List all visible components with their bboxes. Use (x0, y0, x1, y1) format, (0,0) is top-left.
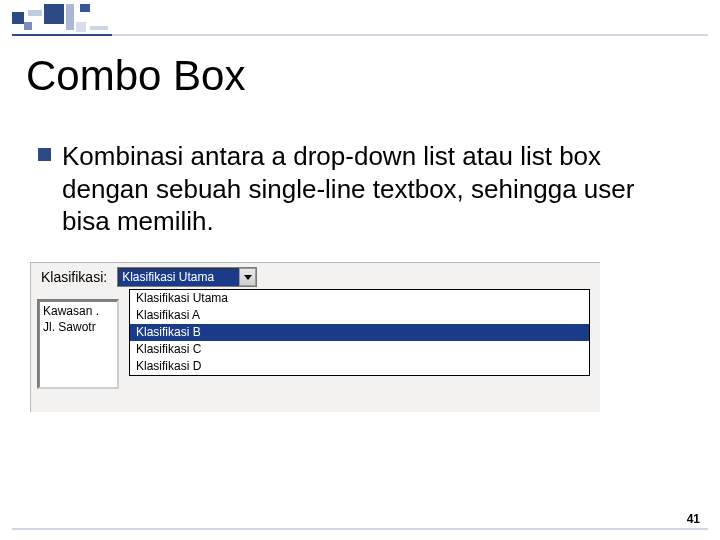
dropdown-option-selected[interactable]: Klasifikasi B (130, 324, 589, 341)
example-panel: Klasifikasi: Klasifikasi Utama Klasifika… (30, 262, 600, 412)
klasifikasi-label: Klasifikasi: (41, 269, 107, 285)
chevron-down-icon[interactable] (239, 268, 256, 286)
bullet-text: Kombinasi antara a drop-down list atau l… (62, 140, 680, 238)
field-row: Klasifikasi: Klasifikasi Utama (41, 267, 600, 287)
list-item[interactable]: Jl. Sawotr (43, 319, 113, 335)
page-number: 41 (687, 512, 700, 526)
klasifikasi-combobox[interactable]: Klasifikasi Utama (117, 267, 257, 287)
dropdown-option[interactable]: Klasifikasi C (130, 341, 589, 358)
rule-plain (112, 34, 708, 36)
combobox-value[interactable]: Klasifikasi Utama (117, 267, 257, 287)
dropdown-option[interactable]: Klasifikasi Utama (130, 290, 589, 307)
page-title: Combo Box (26, 52, 245, 100)
list-item[interactable]: Kawasan . (43, 303, 113, 319)
dropdown-option[interactable]: Klasifikasi D (130, 358, 589, 375)
bullet-square-icon (38, 148, 51, 161)
klasifikasi-dropdown[interactable]: Klasifikasi Utama Klasifikasi A Klasifik… (129, 289, 590, 376)
bottom-rule (12, 528, 708, 530)
dropdown-option[interactable]: Klasifikasi A (130, 307, 589, 324)
rule-accent (12, 34, 112, 36)
address-listbox[interactable]: Kawasan . Jl. Sawotr (37, 299, 119, 389)
slide-decoration (0, 0, 720, 36)
